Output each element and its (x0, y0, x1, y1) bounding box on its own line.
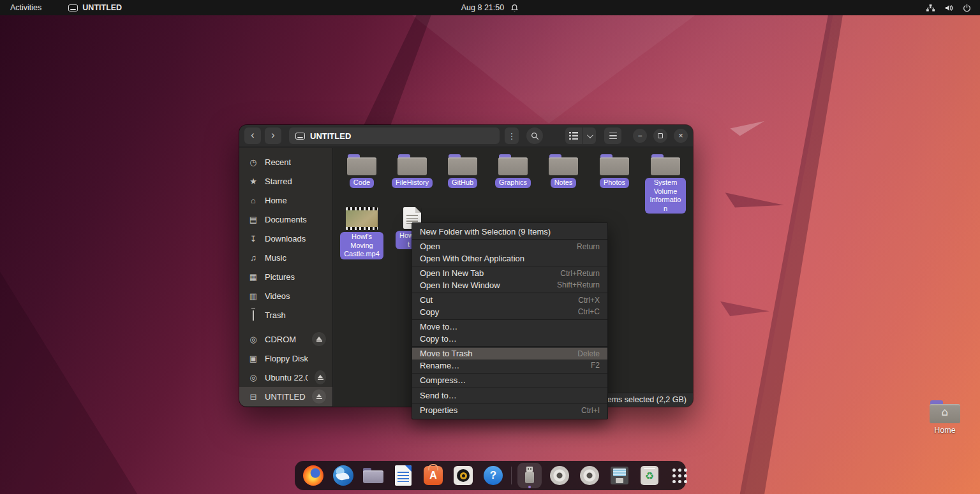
menu-item-open-in-new-window[interactable]: Open In New Window Shift+Return (412, 279, 607, 291)
menu-item-copy[interactable]: Copy Ctrl+C (412, 306, 607, 318)
dock-item-firefox[interactable] (301, 463, 325, 488)
shortcut-label: Ctrl+C (578, 307, 600, 316)
back-button[interactable]: ‹ (244, 127, 261, 144)
dock-item-thunderbird[interactable] (331, 463, 355, 488)
top-bar: Activities UNTITLED Aug 8 21:50 (0, 0, 980, 15)
sidebar-item-music[interactable]: ♫ Music (239, 248, 332, 267)
sidebar-item-videos[interactable]: ▥ Videos (239, 286, 332, 305)
dock-item-libreoffice-writer[interactable] (391, 463, 415, 488)
sidebar-item-documents[interactable]: ▤ Documents (239, 210, 332, 229)
file-item-github[interactable]: GitHub (437, 154, 488, 188)
downloads-icon: ↧ (248, 234, 258, 243)
desktop-home-shortcut[interactable]: ⌂ Home (926, 400, 963, 435)
focused-app-indicator[interactable]: UNTITLED (68, 3, 122, 12)
sidebar-item-trash[interactable]: Trash (239, 305, 332, 324)
eject-button[interactable] (315, 370, 326, 384)
file-item-code[interactable]: Code (336, 154, 387, 188)
home-folder-icon: ⌂ (930, 400, 960, 423)
menu-item-copy-to[interactable]: Copy to… (412, 333, 607, 345)
monitor-icon (68, 4, 78, 11)
menu-separator (412, 388, 607, 388)
dock-item-optical-disc-2[interactable] (577, 463, 602, 488)
sidebar-drive-floppy[interactable]: ▣ Floppy Disk (239, 349, 332, 368)
file-item-howls-moving-castle[interactable]: Howl's Moving Castle.mp4 (336, 207, 387, 259)
chevron-down-icon (587, 132, 593, 138)
sidebar-drive-ubuntu[interactable]: ◎ Ubuntu 22.0… (239, 368, 332, 387)
volume-icon[interactable] (944, 4, 954, 12)
menu-item-move-to[interactable]: Move to… (412, 321, 607, 333)
file-label: Howl's Moving Castle.mp4 (340, 232, 383, 259)
clock[interactable]: Aug 8 21:50 (461, 3, 504, 12)
forward-button[interactable]: › (265, 127, 281, 144)
sidebar-item-home[interactable]: ⌂ Home (239, 191, 332, 210)
search-button[interactable] (526, 127, 543, 144)
menu-item-new-folder-with-selection[interactable]: New Folder with Selection (9 Items) (412, 226, 607, 238)
dock-item-trash[interactable]: ♻ (637, 463, 662, 488)
menu-item-rename[interactable]: Rename… F2 (412, 360, 607, 372)
file-label: Notes (551, 178, 577, 188)
menu-item-open[interactable]: Open Return (412, 241, 607, 253)
floppy-icon (611, 467, 628, 484)
menu-separator (412, 373, 607, 374)
list-view-button[interactable] (565, 127, 583, 144)
help-icon: ? (484, 466, 503, 485)
sidebar-item-downloads[interactable]: ↧ Downloads (239, 229, 332, 248)
selection-summary: items selected (2,2 GB) (603, 395, 687, 404)
path-bar[interactable]: UNTITLED (289, 127, 500, 144)
dock-item-rhythmbox[interactable] (451, 463, 475, 488)
menu-item-properties[interactable]: Properties Ctrl+I (412, 405, 607, 417)
file-item-filehistory[interactable]: FileHistory (387, 154, 438, 188)
menu-item-open-in-new-tab[interactable]: Open In New Tab Ctrl+Return (412, 268, 607, 280)
drive-icon (295, 133, 305, 140)
power-icon[interactable] (963, 4, 971, 12)
menu-separator (412, 346, 607, 347)
sidebar-drive-cdrom[interactable]: ◎ CDROM (239, 330, 332, 349)
minimize-button[interactable]: − (633, 129, 647, 143)
drive-icon: ⊟ (248, 392, 258, 402)
sidebar-item-starred[interactable]: ★ Starred (239, 171, 332, 191)
file-item-system-volume-information[interactable]: System Volume Informatio n (640, 154, 691, 214)
dock-item-optical-disc-1[interactable] (547, 463, 572, 488)
dock-item-help[interactable]: ? (481, 463, 505, 488)
sidebar-item-pictures[interactable]: ▦ Pictures (239, 267, 332, 286)
home-label: Home (926, 426, 963, 435)
network-icon[interactable] (926, 4, 935, 12)
folder-icon (600, 154, 629, 175)
file-item-notes[interactable]: Notes (538, 154, 589, 188)
close-button[interactable]: × (674, 129, 688, 143)
dock-item-usb-drive[interactable] (517, 463, 542, 488)
dock: A ? ♻ (295, 461, 686, 490)
sidebar-item-recent[interactable]: ◷ Recent (239, 152, 332, 171)
menu-item-compress[interactable]: Compress… (412, 375, 607, 387)
hamburger-menu-button[interactable] (604, 127, 621, 144)
shortcut-label: Shift+Return (557, 280, 600, 289)
dock-item-floppy[interactable] (607, 463, 632, 488)
thunderbird-icon (333, 465, 353, 486)
menu-separator (412, 403, 607, 403)
bell-icon (510, 4, 519, 12)
folder-icon (651, 154, 680, 175)
menu-separator (412, 266, 607, 266)
menu-item-cut[interactable]: Cut Ctrl+X (412, 294, 607, 307)
view-options-dropdown[interactable] (583, 127, 596, 144)
menu-item-open-with-other-application[interactable]: Open With Other Application (412, 252, 607, 265)
optical-disc-icon (580, 466, 599, 485)
menu-item-move-to-trash[interactable]: Move to Trash Delete (412, 348, 607, 360)
activities-button[interactable]: Activities (10, 3, 41, 12)
maximize-button[interactable] (653, 129, 667, 143)
file-item-graphics[interactable]: Graphics (487, 154, 538, 188)
dock-item-ubuntu-software[interactable]: A (421, 463, 445, 488)
path-menu-button[interactable]: ⋮ (505, 127, 519, 144)
dock-item-show-applications[interactable] (667, 463, 692, 488)
menu-item-send-to[interactable]: Send to… (412, 389, 607, 402)
file-item-photos[interactable]: Photos (589, 154, 640, 188)
music-icon: ♫ (248, 253, 258, 263)
sidebar-drive-untitled[interactable]: ⊟ UNTITLED (239, 387, 332, 406)
trash-icon (248, 310, 258, 320)
eject-button[interactable] (312, 389, 326, 403)
dock-item-files[interactable] (361, 463, 385, 488)
eject-button[interactable] (312, 332, 326, 346)
file-label: Code (350, 178, 374, 188)
ubuntu-software-icon: A (424, 466, 443, 485)
menu-separator (412, 239, 607, 240)
